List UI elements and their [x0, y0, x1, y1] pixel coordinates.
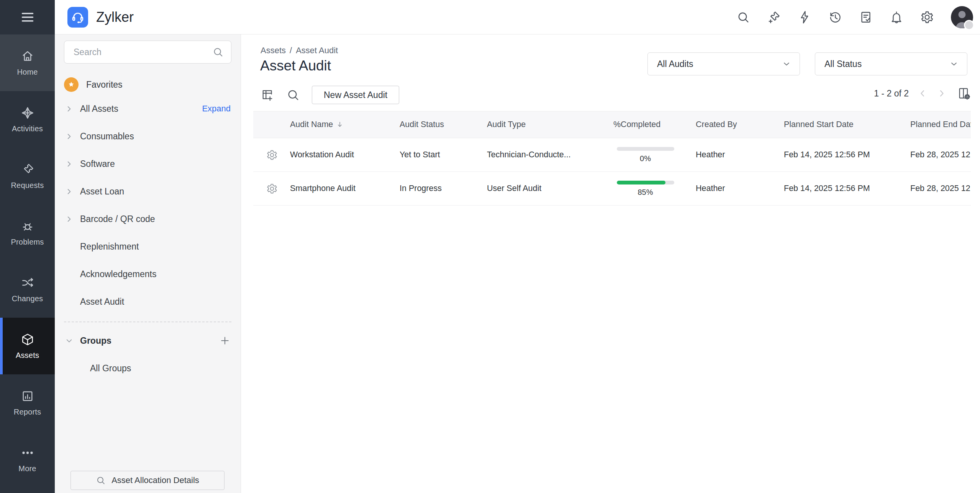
checklist-icon[interactable]: [859, 10, 873, 24]
sidebar-item-barcode-qr[interactable]: Barcode / QR code: [55, 205, 241, 233]
breadcrumb: Assets / Asset Audit: [261, 46, 338, 56]
header-audit-name[interactable]: Audit Name: [290, 111, 390, 138]
groups-label: Groups: [80, 336, 111, 346]
header-completed[interactable]: %Completed: [604, 111, 687, 138]
headset-icon: [71, 10, 85, 24]
brand-name: Zylker: [96, 9, 134, 25]
app-logo[interactable]: [67, 7, 88, 28]
pagination: 1 - 2 of 2: [874, 87, 971, 100]
table-row[interactable]: Workstation Audit Yet to Start Technicia…: [253, 138, 971, 172]
audits-filter-value: All Audits: [657, 59, 693, 69]
header-created-by[interactable]: Created By: [687, 111, 775, 138]
header-label: Created By: [696, 120, 737, 129]
favorites-label: Favorites: [86, 80, 123, 90]
shuffle-icon: [21, 276, 34, 290]
search-icon[interactable]: [736, 10, 750, 24]
column-settings-icon[interactable]: [957, 87, 971, 100]
cell-audit-status: In Progress: [390, 172, 478, 206]
header-label: Planned End Date: [910, 120, 971, 129]
sidebar-favorites[interactable]: Favorites: [64, 77, 231, 92]
header-audit-status[interactable]: Audit Status: [390, 111, 478, 138]
progress-label: 85%: [637, 188, 653, 197]
rail-item-label: More: [18, 464, 36, 473]
add-table-view-icon[interactable]: [261, 88, 274, 102]
chevron-right-icon[interactable]: [936, 88, 947, 99]
favorites-star-icon: [64, 77, 79, 92]
search-icon[interactable]: [286, 88, 300, 102]
chevron-down-icon: [949, 59, 959, 69]
sidebar-item-software[interactable]: Software: [55, 150, 241, 178]
sidebar-item-consumables[interactable]: Consumables: [55, 122, 241, 150]
chevron-right-icon: [65, 187, 74, 196]
rail-item-label: Home: [17, 68, 38, 77]
topbar: Zylker: [55, 0, 980, 34]
table-row[interactable]: Smartphone Audit In Progress User Self A…: [253, 172, 971, 206]
rail-item-reports[interactable]: Reports: [0, 374, 55, 431]
sidebar-search: [64, 41, 231, 64]
sidebar-item-label: Acknowledgements: [80, 269, 156, 279]
rail-item-more[interactable]: More: [0, 431, 55, 488]
history-icon[interactable]: [828, 10, 842, 24]
add-group-icon[interactable]: [219, 335, 231, 346]
ticket-plus-icon[interactable]: [767, 10, 781, 24]
sidebar-item-label: Asset Loan: [80, 186, 124, 197]
sidebar-group-groups[interactable]: Groups: [55, 327, 241, 354]
cell-audit-type: User Self Audit: [478, 172, 604, 206]
progress-label: 0%: [640, 154, 651, 163]
rail-item-label: Activities: [12, 124, 43, 133]
sidebar-item-label: All Assets: [80, 104, 118, 114]
cell-audit-name: Workstation Audit: [290, 138, 390, 172]
header-label: Planned Start Date: [784, 120, 854, 129]
sidebar-item-label: Replenishment: [80, 242, 139, 252]
sidebar-search-input[interactable]: [64, 41, 231, 64]
filter-bar: All Audits All Status: [647, 52, 967, 75]
cell-planned-start: Feb 14, 2025 12:56 PM: [775, 138, 901, 172]
sidebar-item-replenishment[interactable]: Replenishment: [55, 233, 241, 260]
rail-item-problems[interactable]: Problems: [0, 204, 55, 261]
rail-item-label: Problems: [11, 238, 44, 246]
hamburger-menu-button[interactable]: [0, 0, 55, 34]
status-filter-dropdown[interactable]: All Status: [815, 52, 967, 75]
chevron-down-icon: [782, 59, 791, 69]
asset-allocation-details-button[interactable]: Asset Allocation Details: [70, 471, 225, 490]
cell-audit-status: Yet to Start: [390, 138, 478, 172]
sidebar-item-acknowledgements[interactable]: Acknowledgements: [55, 260, 241, 288]
bell-icon[interactable]: [890, 10, 903, 24]
sidebar-item-asset-audit[interactable]: Asset Audit: [55, 288, 241, 315]
rail-item-activities[interactable]: Activities: [0, 91, 55, 148]
cell-completed: 85%: [604, 172, 687, 206]
lightning-icon[interactable]: [798, 10, 811, 24]
assets-sidebar: Favorites All Assets Expand Consumables …: [55, 34, 241, 493]
header-planned-start[interactable]: Planned Start Date: [775, 111, 901, 138]
audits-filter-dropdown[interactable]: All Audits: [647, 52, 800, 75]
expand-link[interactable]: Expand: [202, 104, 231, 114]
cell-audit-type: Technician-Conducte...: [478, 138, 604, 172]
header-audit-type[interactable]: Audit Type: [478, 111, 604, 138]
breadcrumb-assets[interactable]: Assets: [261, 46, 286, 56]
home-icon: [21, 49, 34, 63]
rail-item-requests[interactable]: Requests: [0, 148, 55, 204]
cell-planned-end: Feb 28, 2025 12:56 PM: [901, 172, 971, 206]
rail-item-assets[interactable]: Assets: [0, 318, 55, 374]
main-content: Assets / Asset Audit Asset Audit All Aud…: [241, 35, 980, 493]
sidebar-item-label: All Groups: [90, 363, 131, 374]
rail-item-label: Changes: [12, 294, 43, 303]
cell-audit-name: Smartphone Audit: [290, 172, 390, 206]
gear-icon[interactable]: [920, 10, 934, 24]
row-gear-icon[interactable]: [266, 149, 278, 161]
user-avatar[interactable]: [951, 6, 973, 28]
rail-item-changes[interactable]: Changes: [0, 261, 55, 318]
row-gear-icon[interactable]: [266, 183, 278, 194]
chevron-left-icon[interactable]: [917, 88, 928, 99]
sidebar-item-all-assets[interactable]: All Assets Expand: [55, 95, 241, 122]
rail-item-home[interactable]: Home: [0, 34, 55, 91]
header-planned-end[interactable]: Planned End Date: [901, 111, 971, 138]
breadcrumb-separator: /: [290, 46, 292, 56]
status-filter-value: All Status: [824, 59, 862, 69]
sidebar-item-all-groups[interactable]: All Groups: [55, 354, 241, 382]
breadcrumb-asset-audit[interactable]: Asset Audit: [296, 46, 338, 56]
table-header-row: Audit Name Audit Status Audit Type %Comp…: [253, 111, 971, 138]
audit-table: Audit Name Audit Status Audit Type %Comp…: [253, 111, 971, 206]
sidebar-item-asset-loan[interactable]: Asset Loan: [55, 178, 241, 205]
new-asset-audit-button[interactable]: New Asset Audit: [312, 86, 399, 104]
